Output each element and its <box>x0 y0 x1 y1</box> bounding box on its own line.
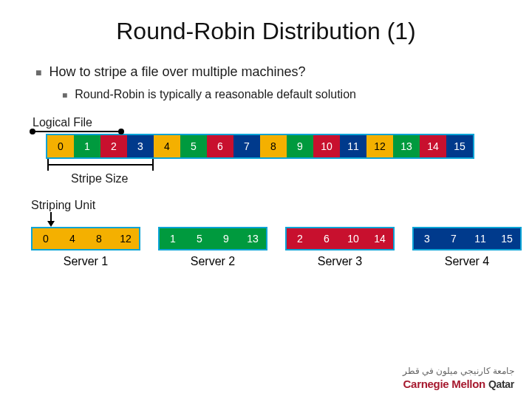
bullet-2-text: Round-Robin is typically a reasonable de… <box>75 88 356 101</box>
logical-cell: 14 <box>420 135 446 157</box>
stripe-size-label: Stripe Size <box>71 172 502 185</box>
server-cells: 261014 <box>287 228 393 249</box>
bullet-marker-icon: ■ <box>62 88 67 103</box>
striping-unit-arrow-icon <box>50 212 52 225</box>
server-label: Server 1 <box>64 255 108 268</box>
logical-cell: 11 <box>340 135 366 157</box>
server-cell: 5 <box>186 228 213 249</box>
striping-unit-label: Striping Unit <box>31 199 502 212</box>
server-cell: 4 <box>59 228 86 249</box>
server-cells: 371115 <box>414 228 520 249</box>
server-cells: 15913 <box>160 228 266 249</box>
bullet-level-1: ■ How to stripe a file over multiple mac… <box>35 64 502 81</box>
server-cell: 0 <box>33 228 59 249</box>
footer-arabic: جامعة كارنيجي ميلون في قطر <box>403 366 514 376</box>
bullets: ■ How to stripe a file over multiple mac… <box>35 64 502 103</box>
logical-cell: 13 <box>393 135 420 157</box>
logical-cell: 7 <box>233 135 260 157</box>
server-label: Server 4 <box>445 255 489 268</box>
server-cell: 10 <box>340 228 366 249</box>
footer-brand-name: Carnegie Mellon <box>403 378 485 390</box>
logical-cell: 0 <box>47 135 74 157</box>
logical-file-underline <box>33 131 121 132</box>
server-cell: 6 <box>313 228 340 249</box>
server-cell: 11 <box>467 228 494 249</box>
server-block: 04812Server 1 <box>33 228 139 268</box>
logical-cell: 1 <box>74 135 100 157</box>
servers-row: 04812Server 115913Server 2261014Server 3… <box>33 228 502 268</box>
slide-title: Round-Robin Distribution (1) <box>30 18 502 45</box>
logical-cell: 6 <box>207 135 233 157</box>
server-cell: 13 <box>239 228 266 249</box>
logical-file-row: 0123456789101112131415 <box>47 135 473 157</box>
server-cell: 3 <box>414 228 440 249</box>
server-cell: 1 <box>160 228 186 249</box>
server-block: 261014Server 3 <box>287 228 393 268</box>
logical-cell: 10 <box>313 135 340 157</box>
server-cell: 7 <box>440 228 467 249</box>
server-block: 371115Server 4 <box>414 228 520 268</box>
server-cell: 2 <box>287 228 313 249</box>
server-label: Server 2 <box>191 255 235 268</box>
server-cell: 8 <box>86 228 112 249</box>
server-cell: 9 <box>213 228 239 249</box>
footer-brand: جامعة كارنيجي ميلون في قطر Carnegie Mell… <box>403 366 514 390</box>
server-cell: 12 <box>112 228 139 249</box>
bullet-marker-icon: ■ <box>35 64 41 81</box>
server-block: 15913Server 2 <box>160 228 266 268</box>
logical-cell: 2 <box>100 135 127 157</box>
logical-cell: 9 <box>287 135 313 157</box>
footer-logo-text: Carnegie MellonQatar <box>403 378 514 390</box>
logical-file-label: Logical File <box>33 116 502 129</box>
bullet-level-2: ■ Round-Robin is typically a reasonable … <box>62 88 502 103</box>
logical-cell: 15 <box>446 135 473 157</box>
logical-cell: 3 <box>127 135 154 157</box>
server-label: Server 3 <box>318 255 362 268</box>
footer-location: Qatar <box>488 378 514 390</box>
server-cell: 15 <box>494 228 520 249</box>
bullet-1-text: How to stripe a file over multiple machi… <box>49 64 305 80</box>
stripe-size-bracket <box>47 159 154 172</box>
server-cells: 04812 <box>33 228 139 249</box>
logical-cell: 12 <box>366 135 393 157</box>
logical-cell: 5 <box>180 135 207 157</box>
logical-cell: 8 <box>260 135 287 157</box>
logical-cell: 4 <box>154 135 180 157</box>
server-cell: 14 <box>366 228 393 249</box>
